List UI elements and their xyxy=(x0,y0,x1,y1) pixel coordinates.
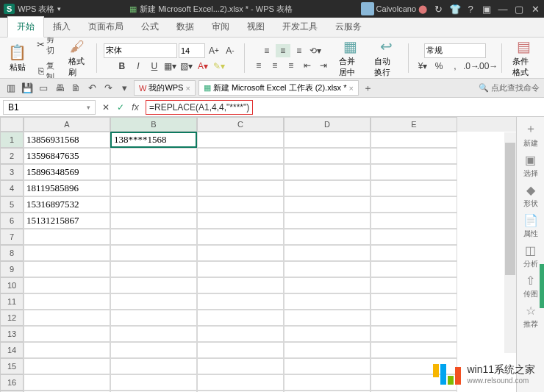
panel-item-属性[interactable]: 📄属性 xyxy=(523,213,538,239)
cell-A14[interactable] xyxy=(24,342,110,358)
cell-C9[interactable] xyxy=(197,261,284,277)
cell-E2[interactable] xyxy=(371,148,457,164)
row-header[interactable]: 4 xyxy=(0,180,24,196)
indent-decrease-button[interactable]: ⇤ xyxy=(300,59,315,72)
cell-D4[interactable] xyxy=(284,180,371,196)
pin-icon[interactable]: ▣ xyxy=(482,4,492,15)
align-left-button[interactable]: ≡ xyxy=(251,59,266,72)
namebox-dropdown-icon[interactable]: ▾ xyxy=(87,104,90,111)
paste-button[interactable]: 📋 粘贴 xyxy=(4,42,30,74)
percent-button[interactable]: % xyxy=(432,60,446,73)
cut-button[interactable]: ✂剪切 xyxy=(35,38,60,57)
cell-C1[interactable] xyxy=(197,132,284,148)
cell-C6[interactable] xyxy=(197,213,284,229)
skin-icon[interactable]: 👕 xyxy=(449,4,459,15)
cell-D1[interactable] xyxy=(284,132,371,148)
cell-D15[interactable] xyxy=(284,358,371,374)
currency-button[interactable]: ¥▾ xyxy=(415,60,430,73)
cell-B4[interactable] xyxy=(110,180,197,196)
cell-C11[interactable] xyxy=(197,293,284,310)
number-format-select[interactable] xyxy=(424,43,486,58)
undo-icon[interactable]: ↶ xyxy=(85,82,99,95)
new-doc-icon[interactable]: ▥ xyxy=(4,82,18,95)
decrease-font-button[interactable]: A- xyxy=(223,44,237,57)
close-button[interactable]: ✕ xyxy=(530,4,540,15)
cancel-formula-icon[interactable]: ✕ xyxy=(100,101,112,113)
italic-button[interactable]: I xyxy=(131,60,146,73)
align-right-button[interactable]: ≡ xyxy=(284,59,298,72)
cell-D10[interactable] xyxy=(284,277,371,293)
cell-B3[interactable] xyxy=(110,164,197,180)
cell-A7[interactable] xyxy=(24,229,110,245)
row-header[interactable]: 2 xyxy=(0,148,24,164)
help-icon[interactable]: ? xyxy=(465,4,476,15)
cell-A8[interactable] xyxy=(24,245,110,261)
cell-D12[interactable] xyxy=(284,310,371,326)
spreadsheet-grid[interactable]: A B C D E 113856931568138****15682135968… xyxy=(0,117,516,392)
indent-increase-button[interactable]: ⇥ xyxy=(316,59,331,72)
tab-review[interactable]: 审阅 xyxy=(203,17,238,37)
cell-B7[interactable] xyxy=(110,229,197,245)
qat-dropdown-icon[interactable]: ▾ xyxy=(118,82,131,95)
align-top-button[interactable]: ≡ xyxy=(260,44,274,57)
cell-B12[interactable] xyxy=(110,310,197,326)
cell-E4[interactable] xyxy=(371,180,457,196)
print-icon[interactable]: 🖶 xyxy=(53,82,66,95)
fx-icon[interactable]: fx xyxy=(129,101,141,113)
tab-page-layout[interactable]: 页面布局 xyxy=(79,17,132,37)
cell-C2[interactable] xyxy=(197,148,284,164)
panel-item-推荐[interactable]: ☆推荐 xyxy=(523,304,538,329)
font-size-select[interactable] xyxy=(179,43,205,58)
cell-A2[interactable]: 13596847635 xyxy=(24,148,110,164)
save-icon[interactable]: 💾 xyxy=(21,82,34,95)
cell-E5[interactable] xyxy=(371,196,457,213)
user-area[interactable]: Caivolcano ⬤ xyxy=(361,2,427,15)
cell-A6[interactable]: 15131215867 xyxy=(24,213,110,229)
cell-E9[interactable] xyxy=(371,261,457,277)
cell-D14[interactable] xyxy=(284,342,371,358)
cell-C5[interactable] xyxy=(197,196,284,213)
comma-button[interactable]: , xyxy=(448,60,462,73)
panel-item-新建[interactable]: ＋新建 xyxy=(523,121,538,149)
cell-E12[interactable] xyxy=(371,310,457,326)
print-preview-icon[interactable]: 🗎 xyxy=(69,82,82,95)
doc-tab-workbook[interactable]: ▦ 新建 Microsoft Excel 工作表 (2).xlsx * × xyxy=(198,80,359,96)
close-tab-icon[interactable]: × xyxy=(348,84,353,93)
cell-A10[interactable] xyxy=(24,277,110,293)
cell-B5[interactable] xyxy=(110,196,197,213)
cell-B13[interactable] xyxy=(110,326,197,342)
panel-item-形状[interactable]: ◆形状 xyxy=(523,183,538,209)
col-header-d[interactable]: D xyxy=(284,117,371,132)
cell-C3[interactable] xyxy=(197,164,284,180)
cell-A1[interactable]: 13856931568 xyxy=(24,132,110,148)
row-header[interactable]: 12 xyxy=(0,310,24,326)
wrap-text-button[interactable]: ↩ 自动换行 xyxy=(371,38,401,79)
row-header[interactable]: 16 xyxy=(0,374,24,391)
copy-button[interactable]: ⎘复制 xyxy=(35,59,60,79)
command-search[interactable]: 🔍 点此查找命令 xyxy=(479,82,540,93)
cell-E13[interactable] xyxy=(371,326,457,342)
sync-icon[interactable]: ↻ xyxy=(433,4,443,15)
cell-E10[interactable] xyxy=(371,277,457,293)
font-name-select[interactable] xyxy=(104,43,177,58)
border-button[interactable]: ▦▾ xyxy=(163,60,178,73)
align-center-button[interactable]: ≡ xyxy=(268,59,282,72)
cell-B1[interactable]: 138****1568 xyxy=(110,132,197,148)
conditional-format-button[interactable]: ▤ 条件格式 xyxy=(509,38,540,79)
cell-A11[interactable] xyxy=(24,293,110,310)
col-header-e[interactable]: E xyxy=(371,117,457,132)
cell-C7[interactable] xyxy=(197,229,284,245)
tab-home[interactable]: 开始 xyxy=(7,16,44,38)
cell-C16[interactable] xyxy=(197,374,284,391)
cell-E8[interactable] xyxy=(371,245,457,261)
cell-B9[interactable] xyxy=(110,261,197,277)
row-header[interactable]: 1 xyxy=(0,132,24,148)
cell-B14[interactable] xyxy=(110,342,197,358)
col-header-a[interactable]: A xyxy=(24,117,110,132)
panel-item-传图[interactable]: ⇧传图 xyxy=(523,274,538,299)
format-painter-button[interactable]: 🖌 格式刷 xyxy=(65,38,90,79)
cell-E3[interactable] xyxy=(371,164,457,180)
col-header-c[interactable]: C xyxy=(197,117,284,132)
formula-input[interactable]: =REPLACE(A1,4,4,"****") xyxy=(146,100,253,115)
tab-view[interactable]: 视图 xyxy=(238,17,273,37)
